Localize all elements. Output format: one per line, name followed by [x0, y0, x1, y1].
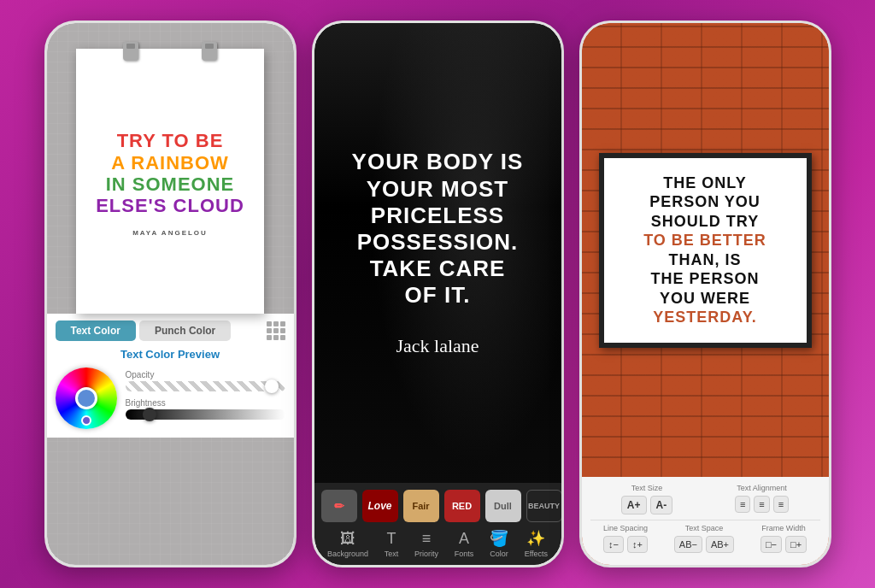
- brightness-track[interactable]: [126, 409, 285, 420]
- text-align-controls: ≡ ≡ ≡: [735, 496, 789, 513]
- fonts-icon: A: [459, 530, 469, 548]
- text-size-controls: A+ A-: [621, 496, 672, 514]
- text-space-increase-btn[interactable]: AB+: [706, 536, 734, 553]
- quote-line3: PRICELESS: [352, 203, 524, 229]
- color-icon: 🪣: [490, 529, 508, 548]
- quote-line5: TAKE CARE: [352, 256, 524, 282]
- action-background-label: Background: [327, 550, 368, 558]
- sliders-area: Opacity Brightness: [126, 370, 285, 426]
- frame-line4: TO BE BETTER: [618, 231, 793, 250]
- preset-pencil-btn[interactable]: ✏: [321, 490, 357, 522]
- brightness-slider-row: Brightness: [126, 398, 285, 420]
- text-icon: T: [386, 530, 396, 548]
- poster-area: TRY TO BE A RAINBOW IN SOMEONE ELSE'S CL…: [47, 23, 294, 314]
- color-controls: Opacity Brightness: [56, 368, 285, 429]
- toolbar3-row1: Text Size A+ A- Text Alignment ≡ ≡ ≡: [590, 484, 820, 514]
- background-icon: 🖼: [340, 530, 355, 548]
- brightness-label: Brightness: [126, 398, 285, 408]
- effects-icon: ✨: [526, 529, 545, 548]
- punch-color-tab[interactable]: Punch Color: [139, 320, 231, 341]
- line-spacing-label: Line Spacing: [603, 524, 648, 532]
- phone1-screen: TRY TO BE A RAINBOW IN SOMEONE ELSE'S CL…: [47, 23, 294, 565]
- text-space-decrease-btn[interactable]: AB−: [674, 536, 702, 553]
- frame-line7: YOU WERE: [618, 289, 793, 309]
- toolbar3-row2: Line Spacing ↕− ↕+ Text Space AB− AB+: [590, 524, 820, 553]
- opacity-slider-row: Opacity: [126, 370, 285, 391]
- quote-line6: OF IT.: [352, 282, 524, 309]
- rainbow-text: TRY TO BE A RAINBOW IN SOMEONE ELSE'S CL…: [96, 130, 244, 216]
- text-space-controls: AB− AB+: [674, 536, 734, 553]
- phone-3: THE ONLY PERSON YOU SHOULD TRY TO BE BET…: [579, 21, 831, 567]
- frame-line3: SHOULD TRY: [618, 212, 793, 232]
- quote-line2: YOUR MOST: [352, 176, 524, 203]
- action-color-btn[interactable]: 🪣 Color: [490, 529, 508, 558]
- text-align-group: Text Alignment ≡ ≡ ≡: [735, 484, 789, 514]
- poster: TRY TO BE A RAINBOW IN SOMEONE ELSE'S CL…: [76, 49, 264, 314]
- phone2-toolbar: ✏ Love Fair RED Dull BEAUTY 🖼 Background…: [314, 483, 561, 565]
- text-color-tab[interactable]: Text Color: [56, 320, 136, 341]
- preset-dull-btn[interactable]: Dull: [485, 490, 521, 522]
- phones-container: TRY TO BE A RAINBOW IN SOMEONE ELSE'S CL…: [27, 3, 849, 585]
- action-priority-btn[interactable]: ≡ Priority: [414, 530, 438, 558]
- preset-love-btn[interactable]: Love: [362, 490, 398, 522]
- quote-line1: YOUR BODY IS: [352, 149, 524, 175]
- phone3-toolbar: Text Size A+ A- Text Alignment ≡ ≡ ≡: [582, 477, 829, 565]
- preset-beauty-btn[interactable]: BEAUTY: [526, 490, 561, 522]
- text-align-label: Text Alignment: [737, 484, 787, 492]
- toolbar1-tabs: Text Color Punch Color: [56, 320, 285, 341]
- align-center-btn[interactable]: ≡: [754, 496, 769, 513]
- line-spacing-decrease-btn[interactable]: ↕−: [603, 536, 624, 553]
- quote-text-white: YOUR BODY IS YOUR MOST PRICELESS POSSESS…: [335, 132, 541, 326]
- frame-width-decrease-btn[interactable]: □−: [760, 536, 782, 553]
- action-effects-label: Effects: [525, 550, 548, 558]
- frame-line2: PERSON YOU: [618, 192, 793, 212]
- phone-2: YOUR BODY IS YOUR MOST PRICELESS POSSESS…: [312, 21, 564, 567]
- action-effects-btn[interactable]: ✨ Effects: [525, 529, 548, 558]
- priority-icon: ≡: [422, 530, 432, 548]
- style-presets: ✏ Love Fair RED Dull BEAUTY: [320, 490, 556, 522]
- clip-right: [202, 42, 217, 61]
- frame-width-increase-btn[interactable]: □+: [785, 536, 807, 553]
- framed-quote: THE ONLY PERSON YOU SHOULD TRY TO BE BET…: [599, 153, 812, 348]
- color-wheel[interactable]: [56, 368, 117, 429]
- poster-line1: TRY TO BE: [96, 130, 244, 151]
- poster-line4: ELSE'S CLOUD: [96, 195, 244, 216]
- signature-text: Jack lalane: [379, 326, 496, 374]
- phone-1: TRY TO BE A RAINBOW IN SOMEONE ELSE'S CL…: [44, 21, 297, 567]
- text-size-increase-btn[interactable]: A+: [621, 496, 647, 514]
- action-fonts-label: Fonts: [455, 550, 474, 558]
- frame-width-label: Frame Width: [761, 524, 806, 532]
- frame-width-group: Frame Width □− □+: [760, 524, 807, 553]
- preset-red-btn[interactable]: RED: [444, 490, 480, 522]
- poster-line3: IN SOMEONE: [96, 173, 244, 195]
- align-right-btn[interactable]: ≡: [773, 496, 789, 513]
- line-spacing-increase-btn[interactable]: ↕+: [627, 536, 648, 553]
- brick-bg: THE ONLY PERSON YOU SHOULD TRY TO BE BET…: [582, 23, 829, 477]
- text-space-group: Text Space AB− AB+: [674, 524, 734, 553]
- frame-line1: THE ONLY: [618, 173, 793, 193]
- toolbar3-divider: [590, 520, 820, 520]
- toolbar2-actions: 🖼 Background T Text ≡ Priority A Fonts: [320, 529, 556, 558]
- poster-author: MAYA ANGELOU: [132, 229, 208, 237]
- phone3-screen: THE ONLY PERSON YOU SHOULD TRY TO BE BET…: [582, 23, 829, 565]
- text-size-decrease-btn[interactable]: A-: [650, 496, 673, 514]
- brightness-thumb[interactable]: [143, 408, 156, 421]
- grid-icon[interactable]: [267, 321, 285, 340]
- action-priority-label: Priority: [414, 550, 438, 558]
- poster-line2: A RAINBOW: [96, 152, 244, 173]
- frame-line5: THAN, IS: [618, 250, 793, 270]
- action-text-label: Text: [385, 550, 399, 558]
- preset-fair-btn[interactable]: Fair: [403, 490, 439, 522]
- opacity-thumb[interactable]: [265, 379, 279, 393]
- opacity-label: Opacity: [126, 370, 285, 379]
- opacity-track[interactable]: [126, 381, 285, 391]
- align-left-btn[interactable]: ≡: [735, 496, 750, 513]
- action-text-btn[interactable]: T Text: [385, 530, 399, 558]
- action-background-btn[interactable]: 🖼 Background: [327, 530, 368, 558]
- frame-line8: YESTERDAY.: [618, 308, 793, 327]
- clip-left: [123, 42, 138, 61]
- phone2-screen: YOUR BODY IS YOUR MOST PRICELESS POSSESS…: [314, 23, 561, 565]
- action-fonts-btn[interactable]: A Fonts: [455, 530, 474, 558]
- text-size-group: Text Size A+ A-: [621, 484, 672, 514]
- body-bg: YOUR BODY IS YOUR MOST PRICELESS POSSESS…: [314, 23, 561, 483]
